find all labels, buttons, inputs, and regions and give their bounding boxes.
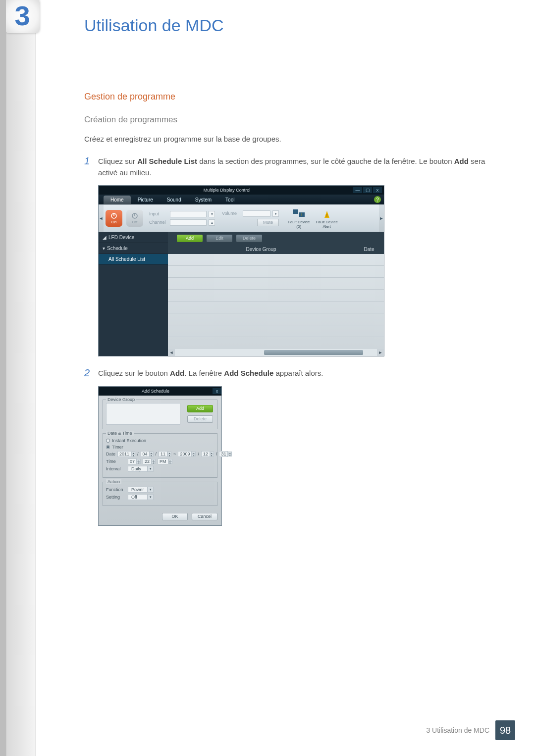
step-text: Cliquez sur All Schedule List dans la se… [98, 155, 495, 179]
volume-label: Volume [222, 211, 241, 216]
chapter-title: Utilisation de MDC [84, 16, 224, 35]
tree-expand-icon: ▾ [103, 246, 105, 251]
action-fieldset: Action Function Power▾ Setting Off▾ [103, 482, 217, 506]
date-month1-spinner[interactable]: 04▴▾ [141, 451, 154, 457]
menu-tool[interactable]: Tool [218, 196, 241, 204]
device-add-button[interactable]: Add [187, 405, 213, 412]
schedule-grid [168, 254, 384, 349]
power-on-button[interactable]: On [106, 210, 122, 227]
power-icon [110, 212, 118, 220]
minimize-button[interactable]: — [353, 187, 362, 193]
interval-row: Interval Daily▾ [106, 466, 214, 472]
function-select[interactable]: Power▾ [128, 487, 154, 493]
menu-system[interactable]: System [188, 196, 218, 204]
ok-button[interactable]: OK [162, 513, 188, 520]
col-device-group[interactable]: Device Group [168, 247, 354, 252]
mdc-actionbar: Add Edit Delete [168, 232, 384, 244]
horizontal-scrollbar[interactable]: ◄ ► [168, 349, 384, 356]
device-delete-button[interactable]: Delete [187, 415, 213, 423]
scroll-right-button[interactable]: ► [379, 204, 384, 232]
dialog-close-button[interactable]: x [213, 388, 221, 394]
tree-schedule[interactable]: ▾Schedule [99, 243, 168, 254]
date-day2-spinner[interactable]: 31▴▾ [219, 451, 232, 457]
menu-sound[interactable]: Sound [160, 196, 188, 204]
edit-button[interactable]: Edit [207, 235, 232, 242]
time-label: Time [106, 459, 126, 464]
function-label: Function [106, 487, 126, 492]
datetime-fieldset: Date & Time Instant Execution Timer Date… [103, 433, 217, 478]
volume-play-icon[interactable]: ▸ [272, 210, 279, 217]
svg-rect-3 [134, 213, 135, 216]
channel-spinner[interactable] [170, 219, 207, 226]
left-gutter: 3 [6, 0, 36, 756]
tree-lfd-device[interactable]: ◢LFD Device [99, 232, 168, 243]
input-select[interactable] [170, 211, 207, 217]
delete-button[interactable]: Delete [236, 235, 262, 242]
svg-text:!: ! [326, 213, 327, 218]
scrollbar-thumb[interactable] [264, 350, 363, 355]
volume-group: Volume ▸ Mute [222, 210, 279, 226]
chevron-down-icon: ▾ [148, 487, 154, 493]
subsection-heading: Création de programmes [84, 115, 495, 125]
step-number: 1 [84, 155, 98, 179]
date-month2-spinner[interactable]: 12▴▾ [201, 451, 214, 457]
scroll-left-button[interactable]: ◄ [99, 204, 104, 232]
mdc-window: Multiple Display Control — ▢ x Home Pict… [98, 185, 384, 356]
dialog-footer: OK Cancel [99, 510, 221, 525]
time-hour-spinner[interactable]: 07▴▾ [128, 458, 141, 464]
channel-label: Channel [149, 220, 168, 225]
step-text: Cliquez sur le bouton Add. La fenêtre Ad… [98, 367, 323, 379]
add-button[interactable]: Add [177, 235, 203, 242]
date-row: Date 2011▴▾/ 04▴▾/ 11▴▾ ~ 2009▴▾/ 12▴▾/ … [106, 451, 214, 457]
chevron-down-icon[interactable]: ▾ [209, 211, 215, 217]
fault-device-count[interactable]: ! Fault Device (0) [288, 208, 310, 229]
setting-row: Setting Off▾ [106, 494, 214, 500]
mdc-sidebar: ◢LFD Device ▾Schedule All Schedule List [99, 232, 168, 356]
date-day1-spinner[interactable]: 11▴▾ [159, 451, 171, 457]
mute-button[interactable]: Mute [257, 219, 279, 226]
sidebar-fill [99, 265, 168, 356]
scroll-right-icon[interactable]: ► [377, 349, 384, 356]
maximize-button[interactable]: ▢ [363, 187, 372, 193]
instant-execution-radio[interactable]: Instant Execution [106, 438, 214, 443]
tree-all-schedule-list[interactable]: All Schedule List [99, 254, 168, 265]
column-header: Device Group Date [168, 244, 384, 254]
power-off-button[interactable]: Off [126, 210, 143, 227]
svg-text:!: ! [301, 212, 302, 217]
intro-text: Créez et enregistrez un programme sur la… [84, 134, 495, 145]
date-year2-spinner[interactable]: 2009▴▾ [178, 451, 196, 457]
help-button[interactable]: ? [374, 196, 381, 203]
step-2: 2 Cliquez sur le bouton Add. La fenêtre … [84, 367, 495, 379]
timer-radio[interactable]: Timer [106, 445, 214, 450]
step-1: 1 Cliquez sur All Schedule List dans la … [84, 155, 495, 179]
menu-home[interactable]: Home [104, 196, 131, 204]
col-date[interactable]: Date [354, 247, 384, 252]
page-footer: 3 Utilisation de MDC 98 [426, 720, 515, 740]
scroll-left-icon[interactable]: ◄ [168, 349, 175, 356]
legend-datetime: Date & Time [106, 431, 134, 436]
setting-select[interactable]: Off▾ [128, 494, 154, 500]
spinner-icon[interactable]: ▴ [209, 219, 215, 226]
legend-device-group: Device Group [106, 397, 136, 402]
alert-icon: ! [320, 208, 334, 220]
menu-picture[interactable]: Picture [131, 196, 160, 204]
input-label: Input [149, 211, 168, 216]
cancel-button[interactable]: Cancel [192, 513, 217, 520]
chevron-down-icon: ▾ [148, 466, 154, 472]
time-ampm-spinner[interactable]: PM▴▾ [158, 458, 172, 464]
interval-select[interactable]: Daily▾ [128, 466, 154, 472]
device-group-list[interactable] [106, 403, 180, 425]
fault-group: ! Fault Device (0) ! Fault Device Alert [288, 208, 338, 229]
mdc-title: Multiple Display Control [101, 188, 353, 193]
dialog-titlebar: Add Schedule x [99, 387, 221, 396]
close-button[interactable]: x [373, 187, 382, 193]
monitor-icon: ! [292, 208, 306, 220]
fault-device-alert[interactable]: ! Fault Device Alert [316, 208, 337, 229]
time-min-spinner[interactable]: 22▴▾ [143, 458, 156, 464]
radio-off-icon [106, 439, 110, 443]
volume-field[interactable] [243, 210, 270, 217]
date-year1-spinner[interactable]: 2011▴▾ [117, 451, 135, 457]
mdc-main: Add Edit Delete Device Group Date ◄ [168, 232, 384, 356]
function-row: Function Power▾ [106, 487, 214, 493]
date-label: Date [106, 452, 115, 456]
